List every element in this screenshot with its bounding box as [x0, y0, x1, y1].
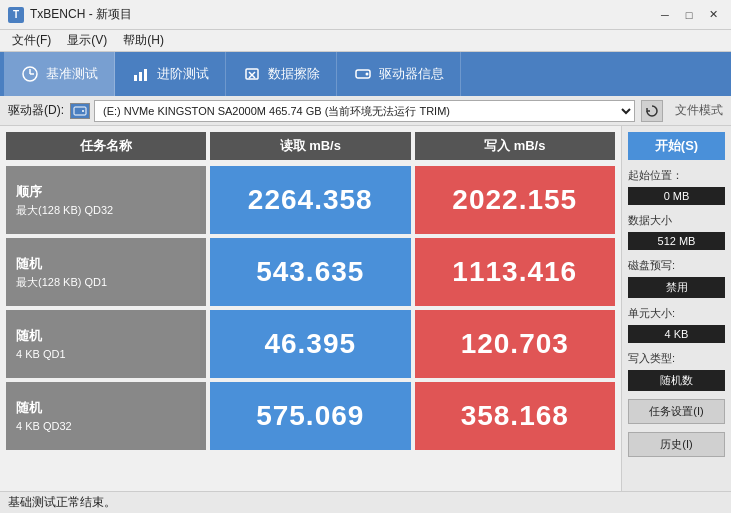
drive-type-icon — [70, 103, 90, 119]
drive-label: 驱动器(D): — [8, 102, 64, 119]
row-read-2: 46.395 — [210, 310, 411, 378]
drive-bar: 驱动器(D): (E:) NVMe KINGSTON SA2000M 465.7… — [0, 96, 731, 126]
row-write-value-2: 120.703 — [461, 328, 569, 360]
bench-row-3: 随机 4 KB QD32 575.069 358.168 — [6, 382, 615, 450]
row-sub-label-1: 最大(128 KB) QD1 — [16, 274, 196, 291]
row-write-0: 2022.155 — [415, 166, 616, 234]
row-main-label-2: 随机 — [16, 326, 196, 346]
tab-erase[interactable]: 数据擦除 — [226, 52, 337, 96]
tab-benchmark[interactable]: 基准测试 — [4, 52, 115, 96]
th-write: 写入 mB/s — [415, 132, 616, 160]
body: 任务名称 读取 mB/s 写入 mB/s 顺序 最大(128 KB) QD32 … — [0, 126, 731, 491]
row-write-value-3: 358.168 — [461, 400, 569, 432]
driveinfo-tab-icon — [353, 64, 373, 84]
tab-driveinfo-label: 驱动器信息 — [379, 65, 444, 83]
row-write-value-0: 2022.155 — [452, 184, 577, 216]
tab-advanced[interactable]: 进阶测试 — [115, 52, 226, 96]
history-button[interactable]: 历史(I) — [628, 432, 725, 457]
row-label-1: 随机 最大(128 KB) QD1 — [6, 238, 206, 306]
svg-rect-3 — [144, 69, 147, 81]
svg-point-8 — [366, 73, 369, 76]
row-label-2: 随机 4 KB QD1 — [6, 310, 206, 378]
row-write-value-1: 1113.416 — [452, 256, 577, 288]
row-main-label-0: 顺序 — [16, 182, 196, 202]
svg-rect-1 — [134, 75, 137, 81]
advanced-tab-icon — [131, 64, 151, 84]
menu-view[interactable]: 显示(V) — [59, 30, 115, 51]
data-size-label: 数据大小 — [628, 213, 725, 228]
row-read-0: 2264.358 — [210, 166, 411, 234]
row-sub-label-3: 4 KB QD32 — [16, 418, 196, 435]
row-read-value-3: 575.069 — [256, 400, 364, 432]
task-settings-button[interactable]: 任务设置(I) — [628, 399, 725, 424]
menu-file[interactable]: 文件(F) — [4, 30, 59, 51]
row-read-value-0: 2264.358 — [248, 184, 373, 216]
title-bar: T TxBENCH - 新项目 ─ □ ✕ — [0, 0, 731, 30]
row-write-2: 120.703 — [415, 310, 616, 378]
row-sub-label-0: 最大(128 KB) QD32 — [16, 202, 196, 219]
svg-point-10 — [82, 110, 84, 112]
tab-advanced-label: 进阶测试 — [157, 65, 209, 83]
tab-benchmark-label: 基准测试 — [46, 65, 98, 83]
erase-tab-icon — [242, 64, 262, 84]
start-pos-value: 0 MB — [628, 187, 725, 205]
write-type-value: 随机数 — [628, 370, 725, 391]
drive-selector[interactable]: (E:) NVMe KINGSTON SA2000M 465.74 GB (当前… — [94, 100, 635, 122]
file-mode-label: 文件模式 — [675, 102, 723, 119]
th-read: 读取 mB/s — [210, 132, 411, 160]
window-controls: ─ □ ✕ — [655, 6, 723, 24]
menu-bar: 文件(F) 显示(V) 帮助(H) — [0, 30, 731, 52]
drive-refresh-button[interactable] — [641, 100, 663, 122]
svg-rect-2 — [139, 72, 142, 81]
row-read-value-2: 46.395 — [264, 328, 356, 360]
row-read-1: 543.635 — [210, 238, 411, 306]
unit-size-label: 单元大小: — [628, 306, 725, 321]
window-title: TxBENCH - 新项目 — [30, 6, 132, 23]
minimize-button[interactable]: ─ — [655, 6, 675, 24]
row-write-1: 1113.416 — [415, 238, 616, 306]
status-text: 基础测试正常结束。 — [8, 494, 116, 511]
title-bar-left: T TxBENCH - 新项目 — [8, 6, 132, 23]
write-type-label: 写入类型: — [628, 351, 725, 366]
row-main-label-1: 随机 — [16, 254, 196, 274]
app-icon: T — [8, 7, 24, 23]
bench-row-2: 随机 4 KB QD1 46.395 120.703 — [6, 310, 615, 378]
start-pos-label: 起始位置： — [628, 168, 725, 183]
menu-help[interactable]: 帮助(H) — [115, 30, 172, 51]
row-label-0: 顺序 最大(128 KB) QD32 — [6, 166, 206, 234]
row-write-3: 358.168 — [415, 382, 616, 450]
table-header: 任务名称 读取 mB/s 写入 mB/s — [6, 132, 615, 160]
row-read-3: 575.069 — [210, 382, 411, 450]
disk-prefill-value: 禁用 — [628, 277, 725, 298]
right-panel: 开始(S) 起始位置： 0 MB 数据大小 512 MB 磁盘预写: 禁用 单元… — [621, 126, 731, 491]
close-button[interactable]: ✕ — [703, 6, 723, 24]
bench-row-1: 随机 最大(128 KB) QD1 543.635 1113.416 — [6, 238, 615, 306]
row-main-label-3: 随机 — [16, 398, 196, 418]
data-size-value: 512 MB — [628, 232, 725, 250]
disk-prefill-label: 磁盘预写: — [628, 258, 725, 273]
tab-bar: 基准测试 进阶测试 数据擦除 驱动器信息 — [0, 52, 731, 96]
unit-size-value: 4 KB — [628, 325, 725, 343]
status-bar: 基础测试正常结束。 — [0, 491, 731, 513]
row-label-3: 随机 4 KB QD32 — [6, 382, 206, 450]
left-panel: 任务名称 读取 mB/s 写入 mB/s 顺序 最大(128 KB) QD32 … — [0, 126, 621, 491]
benchmark-tab-icon — [20, 64, 40, 84]
bench-row-0: 顺序 最大(128 KB) QD32 2264.358 2022.155 — [6, 166, 615, 234]
row-read-value-1: 543.635 — [256, 256, 364, 288]
tab-erase-label: 数据擦除 — [268, 65, 320, 83]
maximize-button[interactable]: □ — [679, 6, 699, 24]
th-task: 任务名称 — [6, 132, 206, 160]
start-button[interactable]: 开始(S) — [628, 132, 725, 160]
svg-rect-9 — [74, 107, 86, 115]
tab-driveinfo[interactable]: 驱动器信息 — [337, 52, 461, 96]
row-sub-label-2: 4 KB QD1 — [16, 346, 196, 363]
